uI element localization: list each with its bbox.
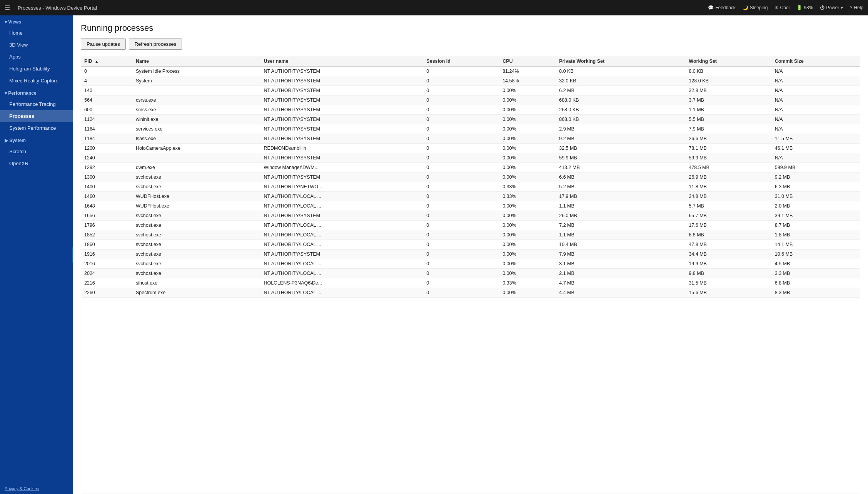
cell-commit_size: N/A bbox=[772, 105, 860, 115]
table-row[interactable]: 1860svchost.exeNT AUTHORITY\LOCAL ...00.… bbox=[81, 240, 860, 250]
table-row[interactable]: 0System Idle ProcessNT AUTHORITY\SYSTEM0… bbox=[81, 67, 860, 76]
col-private-working-set[interactable]: Private Working Set bbox=[556, 56, 686, 67]
table-row[interactable]: 2016svchost.exeNT AUTHORITY\LOCAL ...00.… bbox=[81, 259, 860, 269]
cell-session_id: 0 bbox=[423, 134, 499, 144]
col-cpu[interactable]: CPU bbox=[499, 56, 556, 67]
cell-working_set: 11.8 MB bbox=[686, 182, 771, 192]
refresh-processes-button[interactable]: Refresh processes bbox=[129, 39, 182, 50]
cell-pid: 2216 bbox=[81, 278, 133, 288]
table-row[interactable]: 1460WUDFHost.exeNT AUTHORITY\LOCAL ...00… bbox=[81, 192, 860, 201]
sidebar-item-openxr[interactable]: OpenXR bbox=[0, 157, 73, 169]
cell-name: svchost.exe bbox=[133, 250, 261, 259]
sidebar-section-views[interactable]: ▾ Views bbox=[0, 15, 73, 27]
cell-working_set: 34.4 MB bbox=[686, 250, 771, 259]
table-row[interactable]: 1184lsass.exeNT AUTHORITY\SYSTEM00.00%9.… bbox=[81, 134, 860, 144]
cell-working_set: 26.6 MB bbox=[686, 134, 771, 144]
cell-private_working_set: 3.1 MB bbox=[556, 259, 686, 269]
pause-updates-button[interactable]: Pause updates bbox=[81, 39, 126, 50]
power-icon: ⏻ bbox=[820, 5, 825, 10]
menu-icon[interactable]: ☰ bbox=[5, 4, 10, 12]
help-button[interactable]: ? Help bbox=[850, 5, 863, 10]
table-row[interactable]: 2216sihost.exeHOLOLENS-P3NAQ6\De...00.33… bbox=[81, 278, 860, 288]
col-session-id[interactable]: Session Id bbox=[423, 56, 499, 67]
cell-username: Window Manager\DWM... bbox=[261, 163, 424, 172]
cell-session_id: 0 bbox=[423, 230, 499, 240]
cell-private_working_set: 9.2 MB bbox=[556, 134, 686, 144]
cell-private_working_set: 1.1 MB bbox=[556, 201, 686, 211]
cell-name: svchost.exe bbox=[133, 182, 261, 192]
cell-cpu: 0.00% bbox=[499, 105, 556, 115]
cell-cpu: 0.00% bbox=[499, 250, 556, 259]
cell-commit_size: 8.3 MB bbox=[772, 288, 860, 298]
cell-session_id: 0 bbox=[423, 76, 499, 86]
table-row[interactable]: 2260Spectrum.exeNT AUTHORITY\LOCAL ...00… bbox=[81, 288, 860, 298]
col-username[interactable]: User name bbox=[261, 56, 424, 67]
cell-username: REDMOND\ambillin bbox=[261, 144, 424, 153]
cell-working_set: 59.9 MB bbox=[686, 153, 771, 163]
col-commit-size[interactable]: Commit Size bbox=[772, 56, 860, 67]
sidebar-item-3d-view[interactable]: 3D View bbox=[0, 39, 73, 51]
cell-name: lsass.exe bbox=[133, 134, 261, 144]
sidebar-collapse-button[interactable]: ◀ bbox=[72, 247, 73, 263]
cool-button[interactable]: ❄ Cool bbox=[775, 5, 790, 10]
table-row[interactable]: 140NT AUTHORITY\SYSTEM00.00%6.2 MB32.8 M… bbox=[81, 86, 860, 95]
cell-session_id: 0 bbox=[423, 221, 499, 230]
battery-button[interactable]: 🔋 98% bbox=[796, 5, 813, 10]
processes-table-container[interactable]: PID ▲ Name User name Session Id CPU Priv… bbox=[81, 56, 860, 494]
table-row[interactable]: 4SystemNT AUTHORITY\SYSTEM014.58%32.0 KB… bbox=[81, 76, 860, 86]
privacy-cookies-link[interactable]: Privacy & Cookies bbox=[0, 483, 73, 494]
cell-commit_size: 10.6 MB bbox=[772, 250, 860, 259]
col-working-set[interactable]: Working Set bbox=[686, 56, 771, 67]
sidebar-item-scratch[interactable]: Scratch bbox=[0, 146, 73, 157]
sidebar-item-system-performance[interactable]: System Performance bbox=[0, 122, 73, 134]
table-row[interactable]: 1796svchost.exeNT AUTHORITY\LOCAL ...00.… bbox=[81, 221, 860, 230]
cell-session_id: 0 bbox=[423, 86, 499, 95]
table-row[interactable]: 1164services.exeNT AUTHORITY\SYSTEM00.00… bbox=[81, 124, 860, 134]
sidebar-item-processes[interactable]: Processes bbox=[0, 110, 73, 122]
table-row[interactable]: 1300svchost.exeNT AUTHORITY\SYSTEM00.00%… bbox=[81, 172, 860, 182]
cell-cpu: 0.00% bbox=[499, 163, 556, 172]
cell-commit_size: N/A bbox=[772, 153, 860, 163]
cell-username: NT AUTHORITY\LOCAL ... bbox=[261, 240, 424, 250]
sidebar-item-apps[interactable]: Apps bbox=[0, 51, 73, 63]
cell-session_id: 0 bbox=[423, 192, 499, 201]
cell-cpu: 0.33% bbox=[499, 192, 556, 201]
table-row[interactable]: 1852svchost.exeNT AUTHORITY\LOCAL ...00.… bbox=[81, 230, 860, 240]
cell-working_set: 5.7 MB bbox=[686, 201, 771, 211]
cell-session_id: 0 bbox=[423, 95, 499, 105]
table-row[interactable]: 1400svchost.exeNT AUTHORITY\NETWO...00.3… bbox=[81, 182, 860, 192]
cell-name bbox=[133, 86, 261, 95]
sidebar-section-system[interactable]: ▶ System bbox=[0, 134, 73, 146]
table-row[interactable]: 564csrss.exeNT AUTHORITY\SYSTEM00.00%688… bbox=[81, 95, 860, 105]
table-row[interactable]: 1200HoloCameraApp.exeREDMOND\ambillin00.… bbox=[81, 144, 860, 153]
col-pid[interactable]: PID ▲ bbox=[81, 56, 133, 67]
cell-username: NT AUTHORITY\SYSTEM bbox=[261, 124, 424, 134]
table-row[interactable]: 2024svchost.exeNT AUTHORITY\LOCAL ...00.… bbox=[81, 269, 860, 278]
cell-working_set: 15.6 MB bbox=[686, 288, 771, 298]
sidebar-section-performance[interactable]: ▾ Performance bbox=[0, 87, 73, 98]
cell-private_working_set: 688.0 KB bbox=[556, 95, 686, 105]
sidebar-item-home[interactable]: Home bbox=[0, 27, 73, 39]
table-row[interactable]: 1656svchost.exeNT AUTHORITY\SYSTEM00.00%… bbox=[81, 211, 860, 221]
feedback-button[interactable]: 💬 Feedback bbox=[708, 5, 736, 10]
cell-pid: 1164 bbox=[81, 124, 133, 134]
sidebar-item-mixed-reality-capture[interactable]: Mixed Reality Capture bbox=[0, 75, 73, 87]
sidebar-item-hologram-stability[interactable]: Hologram Stability bbox=[0, 63, 73, 75]
table-row[interactable]: 1916svchost.exeNT AUTHORITY\SYSTEM00.00%… bbox=[81, 250, 860, 259]
sidebar-item-performance-tracing[interactable]: Performance Tracing bbox=[0, 98, 73, 110]
col-name[interactable]: Name bbox=[133, 56, 261, 67]
cell-pid: 2024 bbox=[81, 269, 133, 278]
table-row[interactable]: 1292dwm.exeWindow Manager\DWM...00.00%41… bbox=[81, 163, 860, 172]
cell-private_working_set: 8.0 KB bbox=[556, 67, 686, 76]
table-row[interactable]: 600smss.exeNT AUTHORITY\SYSTEM00.00%268.… bbox=[81, 105, 860, 115]
cool-icon: ❄ bbox=[775, 5, 779, 10]
sleeping-button[interactable]: 🌙 Sleeping bbox=[743, 5, 768, 10]
cell-working_set: 78.1 MB bbox=[686, 144, 771, 153]
table-row[interactable]: 1124wininit.exeNT AUTHORITY\SYSTEM00.00%… bbox=[81, 115, 860, 124]
power-button[interactable]: ⏻ Power ▾ bbox=[820, 5, 843, 10]
table-row[interactable]: 1240NT AUTHORITY\SYSTEM00.00%59.9 MB59.9… bbox=[81, 153, 860, 163]
cell-private_working_set: 4.4 MB bbox=[556, 288, 686, 298]
cell-session_id: 0 bbox=[423, 172, 499, 182]
processes-table: PID ▲ Name User name Session Id CPU Priv… bbox=[81, 56, 860, 298]
table-row[interactable]: 1648WUDFHost.exeNT AUTHORITY\LOCAL ...00… bbox=[81, 201, 860, 211]
